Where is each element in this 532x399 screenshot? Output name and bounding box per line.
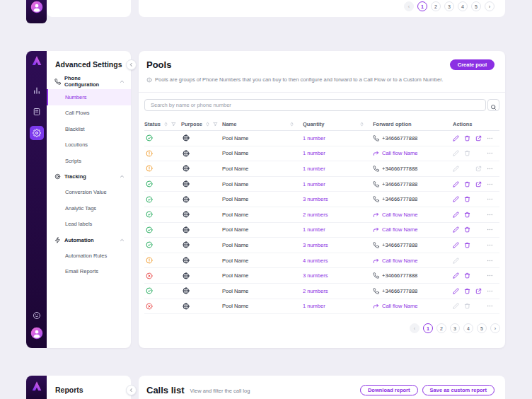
pagination-page-2[interactable]: 2 [431, 1, 441, 11]
edit-icon[interactable] [453, 272, 459, 279]
quantity-link[interactable]: 1 number [303, 303, 373, 309]
forward-option-cell: +34666777888 [373, 166, 453, 172]
pagination-page-1[interactable]: 1 [423, 323, 433, 333]
support-icon[interactable] [33, 311, 41, 320]
sidebar-item-automation-rules[interactable]: Automation Rules [47, 248, 131, 263]
pagination-page-2[interactable]: 2 [436, 323, 446, 333]
call-flow-link[interactable]: Call flow Name [382, 150, 417, 156]
more-actions-icon[interactable] [487, 196, 493, 202]
edit-icon[interactable] [453, 242, 459, 248]
quantity-link[interactable]: 4 numbers [303, 258, 373, 264]
more-actions-icon[interactable] [487, 242, 493, 248]
app-logo[interactable] [31, 55, 42, 66]
quantity-link[interactable]: 1 number [303, 181, 373, 187]
delete-icon[interactable] [464, 242, 470, 248]
pagination-page-1[interactable]: 1 [417, 1, 427, 11]
share-icon[interactable] [475, 181, 482, 187]
nav-section-automation[interactable]: Automation [47, 232, 131, 248]
delete-icon[interactable] [464, 226, 470, 233]
quantity-link[interactable]: 2 numbers [303, 212, 373, 218]
call-flow-link[interactable]: Call flow Name [382, 212, 417, 218]
settings-icon[interactable] [30, 126, 44, 140]
sort-icon[interactable] [289, 122, 294, 127]
more-actions-icon[interactable] [487, 258, 493, 264]
analytics-icon[interactable] [33, 86, 41, 95]
quantity-link[interactable]: 1 number [303, 150, 373, 156]
pagination-page-5[interactable]: 5 [471, 1, 481, 11]
delete-icon[interactable] [464, 272, 470, 279]
page-header: Pools Create pool [139, 51, 505, 70]
actions-cell [453, 196, 499, 202]
share-icon[interactable] [475, 135, 482, 141]
pagination-page-4[interactable]: 4 [458, 1, 468, 11]
sidebar-item-call-flows[interactable]: Call Flows [47, 105, 131, 121]
scripts-icon[interactable] [33, 108, 41, 116]
more-actions-icon[interactable] [487, 150, 493, 156]
save-custom-report-button[interactable]: Save as custom report [422, 385, 495, 395]
create-pool-button[interactable]: Create pool [450, 59, 495, 70]
quantity-link[interactable]: 3 numbers [303, 272, 373, 279]
more-actions-icon[interactable] [487, 303, 493, 309]
pagination-page-3[interactable]: 3 [450, 323, 460, 333]
call-flow-link[interactable]: Call flow Name [382, 226, 417, 233]
sidebar-item-analytic-tags[interactable]: Analytic Tags [47, 200, 131, 216]
quantity-link[interactable]: 3 numbers [303, 196, 373, 202]
collapse-sidebar-button[interactable] [126, 59, 137, 70]
filter-icon[interactable] [213, 122, 218, 127]
delete-icon[interactable] [464, 212, 470, 218]
call-flow-link[interactable]: Call flow Name [382, 258, 417, 264]
sidebar-item-locutions[interactable]: Locutions [47, 137, 131, 153]
download-report-button[interactable]: Download report [360, 385, 418, 395]
call-flow-link[interactable]: Call flow Name [382, 303, 417, 309]
search-button[interactable] [487, 99, 499, 111]
quantity-link[interactable]: 1 number [303, 226, 373, 233]
app-logo[interactable] [31, 381, 42, 392]
quantity-link[interactable]: 1 number [303, 135, 373, 141]
pagination-prev-button[interactable]: ‹ [404, 1, 414, 11]
more-actions-icon[interactable] [487, 166, 493, 172]
avatar[interactable] [30, 1, 43, 13]
sidebar-item-email-reports[interactable]: Email Reports [47, 264, 131, 279]
edit-icon[interactable] [453, 196, 459, 202]
pagination-page-5[interactable]: 5 [477, 323, 487, 333]
sidebar-item-blacklist[interactable]: Blacklist [47, 121, 131, 137]
quantity-link[interactable]: 1 number [303, 166, 373, 172]
sidebar-item-numbers[interactable]: Numbers [47, 89, 131, 105]
delete-icon[interactable] [464, 196, 470, 202]
more-actions-icon[interactable] [487, 226, 493, 233]
collapse-sidebar-button[interactable] [126, 385, 137, 395]
edit-icon[interactable] [453, 226, 459, 233]
sort-icon[interactable] [359, 122, 364, 127]
more-actions-icon[interactable] [487, 181, 493, 187]
delete-icon[interactable] [464, 181, 470, 187]
quantity-link[interactable]: 3 numbers [303, 242, 373, 248]
nav-section-phone-configuration[interactable]: Phone Configuration [47, 74, 131, 89]
pagination-page-3[interactable]: 3 [444, 1, 454, 11]
sidebar-item-lead-labels[interactable]: Lead labels [47, 216, 131, 232]
delete-icon[interactable] [464, 288, 470, 294]
edit-icon[interactable] [453, 135, 459, 141]
edit-icon[interactable] [453, 288, 459, 294]
search-input[interactable] [144, 99, 486, 111]
more-actions-icon[interactable] [487, 135, 493, 141]
pagination-next-button[interactable]: › [490, 323, 500, 333]
edit-icon[interactable] [453, 212, 459, 218]
sort-icon[interactable] [163, 122, 168, 127]
delete-icon[interactable] [464, 135, 470, 141]
filter-icon[interactable] [171, 122, 176, 127]
share-icon[interactable] [475, 288, 482, 294]
sort-icon[interactable] [205, 122, 210, 127]
sidebar-item-scripts[interactable]: Scripts [47, 153, 131, 168]
quantity-link[interactable]: 2 numbers [303, 288, 373, 294]
edit-icon[interactable] [453, 181, 459, 187]
pagination-page-4[interactable]: 4 [463, 323, 473, 333]
sidebar-item-conversion-value[interactable]: Conversion Value [47, 185, 131, 200]
more-actions-icon[interactable] [487, 212, 493, 218]
more-actions-icon[interactable] [487, 272, 493, 279]
pagination-next-button[interactable]: › [485, 1, 495, 11]
nav-section-tracking[interactable]: Tracking [47, 168, 131, 184]
more-actions-icon[interactable] [487, 288, 493, 294]
avatar[interactable] [30, 327, 43, 340]
column-header-status: Status [144, 121, 181, 127]
pagination-prev-button[interactable]: ‹ [410, 323, 420, 333]
